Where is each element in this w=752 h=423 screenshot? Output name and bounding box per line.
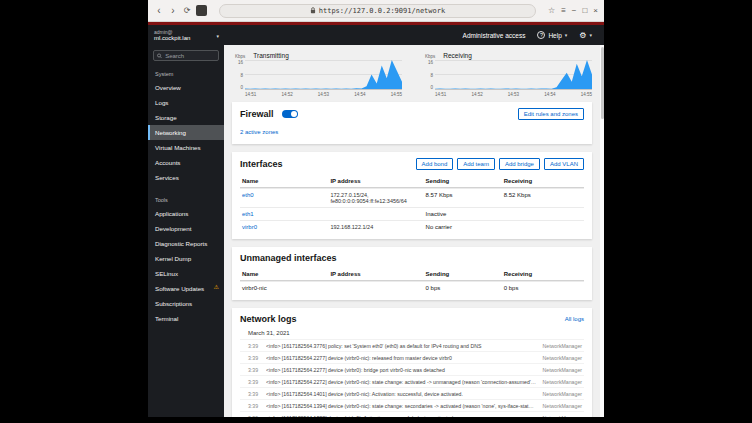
transmitting-plot bbox=[245, 60, 402, 90]
sidebar-item-development[interactable]: Development bbox=[148, 221, 224, 236]
log-entry[interactable]: 3:39 <info> [1617182564.1401] device (vi… bbox=[240, 387, 584, 399]
active-zones-link[interactable]: 2 active zones bbox=[240, 129, 278, 135]
interfaces-title: Interfaces bbox=[240, 159, 283, 169]
administrative-access-button[interactable]: Administrative access bbox=[463, 32, 526, 39]
log-source: NetworkManager bbox=[543, 379, 585, 385]
forward-button[interactable]: › bbox=[168, 6, 178, 16]
interface-link-eth1[interactable]: eth1 bbox=[242, 211, 330, 217]
sending-value: 8.57 Kbps bbox=[426, 192, 504, 198]
browser-window: ‹ › ⟳ https://127.0.0.2:9091/network ☆ ≡… bbox=[148, 0, 604, 417]
network-logs-card: Network logs All logs March 31, 2021 3:3… bbox=[232, 308, 592, 417]
receiving-chart: Kbps Receiving 16 8 0 14:5114:5214:5314:… bbox=[424, 52, 592, 97]
edit-rules-button[interactable]: Edit rules and zones bbox=[518, 108, 584, 120]
transmitting-yaxis: 16 8 0 bbox=[234, 60, 245, 90]
log-entry[interactable]: 3:39 <info> [1617182564.2272] device (vi… bbox=[240, 375, 584, 387]
transmitting-title: Transmitting bbox=[253, 52, 289, 59]
transmitting-unit: Kbps bbox=[235, 54, 245, 59]
bookmark-star-icon[interactable]: ☆ bbox=[548, 6, 555, 15]
add-bridge-button[interactable]: Add bridge bbox=[499, 158, 540, 170]
add-bond-button[interactable]: Add bond bbox=[416, 158, 454, 170]
table-row: virbr0-nic 0 bps 0 bps bbox=[240, 281, 584, 294]
administrative-access-label: Administrative access bbox=[463, 32, 526, 39]
sidebar-item-services[interactable]: Services bbox=[148, 170, 224, 185]
unmanaged-table: NameIP addressSendingReceiving virbr0-ni… bbox=[240, 268, 584, 294]
table-header: NameIP addressSendingReceiving bbox=[240, 268, 584, 281]
network-logs-title: Network logs bbox=[240, 314, 297, 324]
active-tab-icon[interactable] bbox=[196, 5, 207, 16]
help-menu[interactable]: ? Help ▾ bbox=[537, 31, 567, 39]
sidebar-item-software-updates[interactable]: Software Updates ⚠ bbox=[148, 281, 224, 296]
address-bar[interactable]: https://127.0.0.2:9091/network bbox=[219, 4, 536, 18]
minimize-icon[interactable]: − bbox=[572, 6, 577, 15]
sidebar-item-selinux[interactable]: SELinux bbox=[148, 266, 224, 281]
log-source: NetworkManager bbox=[543, 403, 585, 409]
sidebar-item-overview[interactable]: Overview bbox=[148, 80, 224, 95]
session-menu[interactable]: ⚙ ▾ bbox=[579, 31, 592, 40]
log-date: March 31, 2021 bbox=[248, 330, 584, 336]
interface-name: virbr0-nic bbox=[242, 285, 330, 291]
log-message: <info> [1617182564.3776] policy: set 'Sy… bbox=[266, 343, 543, 349]
scrollbar-thumb[interactable] bbox=[601, 47, 604, 119]
transmitting-xaxis: 14:5114:5214:5314:5414:55 bbox=[234, 92, 402, 97]
log-entry[interactable]: 3:39 <info> [1617182564.2277] device (vi… bbox=[240, 351, 584, 363]
lock-icon bbox=[310, 7, 316, 14]
sidebar-item-storage[interactable]: Storage bbox=[148, 110, 224, 125]
sidebar-item-logs[interactable]: Logs bbox=[148, 95, 224, 110]
add-vlan-button[interactable]: Add VLAN bbox=[544, 158, 584, 170]
sidebar: System Overview Logs Storage Networking … bbox=[148, 45, 224, 417]
log-entry[interactable]: 3:39 <info> [1617182564.3776] policy: se… bbox=[240, 339, 584, 351]
sidebar-item-label: Software Updates bbox=[155, 285, 204, 292]
network-charts: Kbps Transmitting 16 8 0 14:5114:5214:53… bbox=[230, 50, 596, 102]
ip-address: 172.27.0.15/24, fe80:0:0:0:9054:ff:fe12:… bbox=[330, 192, 425, 204]
main-content: Kbps Transmitting 16 8 0 14:5114:5214:53… bbox=[224, 45, 604, 417]
interface-link-eth0[interactable]: eth0 bbox=[242, 192, 330, 198]
transmitting-chart: Kbps Transmitting 16 8 0 14:5114:5214:53… bbox=[234, 52, 402, 97]
firewall-toggle[interactable] bbox=[282, 110, 298, 118]
app-masthead: admin@ ml.cockpit.lan ▾ Administrative a… bbox=[148, 25, 604, 45]
search-icon bbox=[157, 53, 162, 59]
host-name: ml.cockpit.lan bbox=[154, 35, 210, 42]
receiving-value: 0 bps bbox=[504, 285, 582, 291]
all-logs-link[interactable]: All logs bbox=[565, 316, 584, 322]
log-message: <info> [1617182564.2277] device (virbr0)… bbox=[266, 367, 543, 373]
sidebar-item-kernel-dump[interactable]: Kernel Dump bbox=[148, 251, 224, 266]
add-team-button[interactable]: Add team bbox=[457, 158, 495, 170]
maximize-icon[interactable]: □ bbox=[582, 6, 587, 15]
unmanaged-interfaces-card: Unmanaged interfaces NameIP addressSendi… bbox=[232, 247, 592, 300]
log-message: <info> [1617182564.1394] device (virbr0-… bbox=[266, 403, 543, 409]
close-icon[interactable]: × bbox=[593, 6, 598, 15]
receiving-value: 8.52 Kbps bbox=[504, 192, 582, 198]
refresh-button[interactable]: ⟳ bbox=[182, 6, 192, 16]
sidebar-item-virtual-machines[interactable]: Virtual Machines bbox=[148, 140, 224, 155]
sidebar-item-networking[interactable]: Networking bbox=[148, 125, 224, 140]
log-message: <info> [1617182564.2272] device (virbr0-… bbox=[266, 379, 543, 385]
chevron-down-icon: ▾ bbox=[565, 32, 568, 38]
log-entry[interactable]: 3:39 <info> [1617182564.1388] device (vi… bbox=[240, 411, 584, 417]
warning-icon: ⚠ bbox=[214, 284, 219, 291]
table-row: eth0 172.27.0.15/24, fe80:0:0:0:9054:ff:… bbox=[240, 188, 584, 207]
table-row: virbr0 192.168.122.1/24 No carrier bbox=[240, 220, 584, 233]
log-time: 3:39 bbox=[248, 415, 266, 418]
user-menu[interactable]: admin@ ml.cockpit.lan ▾ bbox=[148, 27, 224, 44]
sidebar-item-diagnostic-reports[interactable]: Diagnostic Reports bbox=[148, 236, 224, 251]
search-input[interactable] bbox=[165, 53, 215, 59]
log-time: 3:39 bbox=[248, 391, 266, 397]
sidebar-item-applications[interactable]: Applications bbox=[148, 206, 224, 221]
log-entry[interactable]: 3:39 <info> [1617182564.2277] device (vi… bbox=[240, 363, 584, 375]
back-button[interactable]: ‹ bbox=[154, 6, 164, 16]
help-icon: ? bbox=[537, 31, 545, 39]
menu-icon[interactable]: ≡ bbox=[561, 6, 566, 15]
log-entry[interactable]: 3:39 <info> [1617182564.1394] device (vi… bbox=[240, 399, 584, 411]
sidebar-search[interactable] bbox=[153, 50, 219, 61]
sidebar-item-terminal[interactable]: Terminal bbox=[148, 311, 224, 326]
interface-link-virbr0[interactable]: virbr0 bbox=[242, 224, 330, 230]
scrollbar[interactable] bbox=[600, 45, 604, 417]
gear-icon: ⚙ bbox=[579, 31, 586, 40]
ip-address: 192.168.122.1/24 bbox=[330, 224, 425, 230]
sidebar-item-accounts[interactable]: Accounts bbox=[148, 155, 224, 170]
chevron-down-icon: ▾ bbox=[589, 32, 592, 38]
sidebar-section-tools: Tools bbox=[148, 193, 224, 206]
interfaces-table: NameIP addressSendingReceiving eth0 172.… bbox=[240, 175, 584, 233]
sidebar-item-subscriptions[interactable]: Subscriptions bbox=[148, 296, 224, 311]
log-time: 3:39 bbox=[248, 403, 266, 409]
